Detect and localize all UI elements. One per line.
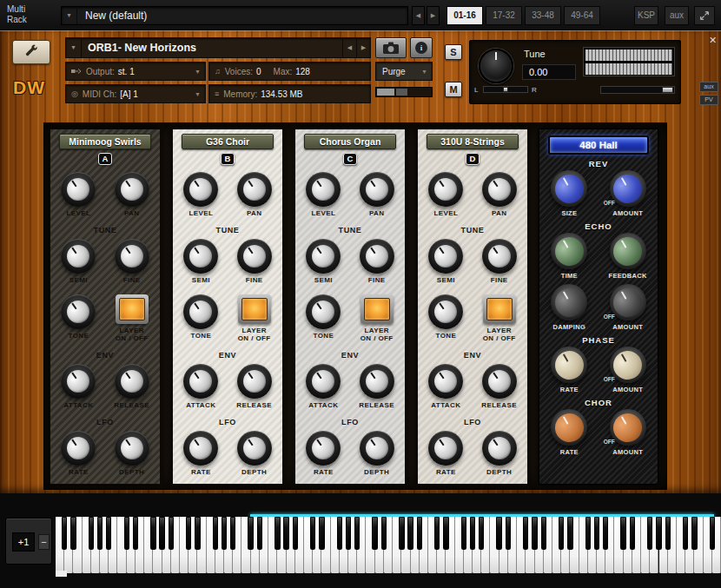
channel-a-depth-knob[interactable] bbox=[115, 431, 149, 466]
channel-b-rate-knob[interactable] bbox=[183, 431, 218, 466]
channel-d-release-knob[interactable] bbox=[482, 364, 517, 399]
black-key[interactable] bbox=[417, 517, 422, 550]
black-key[interactable] bbox=[506, 517, 511, 550]
instrument-title-bar[interactable]: ▼ ORB1- New Horizons ◀ ▶ bbox=[65, 37, 371, 58]
channel-d-fine-knob[interactable] bbox=[482, 239, 517, 274]
channel-b-layer-toggle[interactable] bbox=[238, 294, 271, 324]
black-key[interactable] bbox=[585, 517, 591, 550]
black-key[interactable] bbox=[603, 517, 608, 550]
midi-channel-selector[interactable]: ◎ MIDI Ch: [A] 1 ▼ bbox=[65, 84, 206, 103]
black-key[interactable] bbox=[647, 517, 652, 550]
black-key[interactable] bbox=[461, 517, 466, 550]
black-key[interactable] bbox=[124, 517, 129, 550]
close-instrument-button[interactable]: ✕ bbox=[709, 35, 717, 46]
black-key[interactable] bbox=[248, 517, 253, 550]
black-key[interactable] bbox=[594, 517, 599, 550]
channel-c-fine-knob[interactable] bbox=[360, 239, 394, 274]
channel-d-attack-knob[interactable] bbox=[428, 364, 463, 399]
black-key[interactable] bbox=[630, 517, 635, 550]
black-key[interactable] bbox=[532, 517, 537, 550]
black-key[interactable] bbox=[381, 517, 387, 550]
black-key[interactable] bbox=[70, 517, 76, 550]
channel-d-tone-knob[interactable] bbox=[428, 294, 463, 329]
black-key[interactable] bbox=[133, 517, 138, 550]
channel-b-semi-knob[interactable] bbox=[183, 239, 218, 274]
edit-instrument-button[interactable] bbox=[12, 40, 50, 64]
channel-a-semi-knob[interactable] bbox=[61, 239, 96, 274]
channel-c-pan-knob[interactable] bbox=[360, 172, 394, 207]
black-key[interactable] bbox=[283, 517, 288, 550]
black-key[interactable] bbox=[665, 517, 671, 550]
black-key[interactable] bbox=[150, 517, 155, 550]
multi-preset-selector[interactable]: ▼ New (default) bbox=[61, 6, 408, 25]
black-key[interactable] bbox=[407, 517, 413, 550]
channel-a-release-knob[interactable] bbox=[115, 364, 149, 399]
volume-slider[interactable] bbox=[600, 86, 675, 94]
fx-chor-rate-knob[interactable] bbox=[551, 409, 587, 446]
channel-c-tone-knob[interactable] bbox=[306, 294, 341, 329]
black-key[interactable] bbox=[523, 517, 528, 550]
black-key[interactable] bbox=[275, 517, 280, 550]
black-key[interactable] bbox=[443, 517, 448, 550]
pan-slider-handle[interactable] bbox=[503, 87, 508, 92]
channel-c-semi-knob[interactable] bbox=[306, 239, 341, 274]
page-tab-01-16[interactable]: 01-16 bbox=[446, 6, 483, 25]
channel-a-level-knob[interactable] bbox=[61, 172, 96, 207]
black-key[interactable] bbox=[559, 517, 564, 550]
black-key[interactable] bbox=[159, 517, 164, 550]
channel-b-release-knob[interactable] bbox=[237, 364, 272, 399]
snapshot-button[interactable] bbox=[375, 37, 407, 58]
channel-c-level-knob[interactable] bbox=[306, 172, 341, 207]
page-tab-33-48[interactable]: 33-48 bbox=[525, 6, 561, 25]
black-key[interactable] bbox=[97, 517, 103, 550]
fx-damping-damping-knob[interactable] bbox=[551, 284, 587, 320]
channel-d-depth-knob[interactable] bbox=[482, 431, 517, 466]
volume-slider-handle[interactable] bbox=[662, 87, 673, 93]
black-key[interactable] bbox=[222, 517, 227, 550]
purge-button[interactable]: Purge ▼ bbox=[375, 62, 433, 81]
black-key[interactable] bbox=[470, 517, 475, 550]
black-key[interactable] bbox=[213, 517, 218, 550]
tune-value-field[interactable]: 0.00 bbox=[522, 64, 576, 80]
channel-c-rate-knob[interactable] bbox=[306, 431, 341, 466]
channel-a-tone-knob[interactable] bbox=[61, 294, 96, 329]
channel-d-rate-knob[interactable] bbox=[428, 431, 463, 466]
keyboard-scroll-handle[interactable] bbox=[56, 571, 67, 577]
black-key[interactable] bbox=[62, 517, 67, 550]
black-key[interactable] bbox=[683, 517, 688, 550]
pan-slider[interactable] bbox=[483, 86, 528, 93]
black-key[interactable] bbox=[230, 517, 235, 550]
minimize-instrument-icon[interactable]: ▼ bbox=[66, 38, 82, 57]
black-key[interactable] bbox=[293, 517, 298, 550]
page-tab-17-32[interactable]: 17-32 bbox=[486, 6, 522, 25]
channel-d-pan-knob[interactable] bbox=[482, 172, 517, 207]
fx-echo-feedback-knob[interactable] bbox=[610, 233, 646, 269]
black-key[interactable] bbox=[620, 517, 625, 550]
black-key[interactable] bbox=[106, 517, 111, 550]
channel-a-layer-toggle[interactable] bbox=[116, 294, 149, 324]
info-button[interactable]: i bbox=[410, 37, 433, 58]
channel-a-rate-knob[interactable] bbox=[61, 431, 96, 466]
black-key[interactable] bbox=[691, 517, 697, 550]
black-key[interactable] bbox=[195, 517, 200, 550]
black-key[interactable] bbox=[257, 517, 262, 550]
output-selector[interactable]: Output: st. 1 ▼ bbox=[65, 62, 206, 81]
black-key[interactable] bbox=[710, 517, 715, 550]
tune-knob[interactable] bbox=[479, 49, 513, 83]
octave-minus-button[interactable]: − bbox=[38, 534, 50, 550]
instrument-aux-button[interactable]: aux bbox=[699, 82, 718, 92]
channel-a-attack-knob[interactable] bbox=[61, 364, 96, 399]
channel-b-depth-knob[interactable] bbox=[237, 431, 272, 466]
black-key[interactable] bbox=[541, 517, 546, 550]
preset-prev-button[interactable]: ◀ bbox=[412, 6, 425, 25]
channel-b-attack-knob[interactable] bbox=[183, 364, 218, 399]
black-key[interactable] bbox=[89, 517, 94, 550]
preset-next-button[interactable]: ▶ bbox=[427, 6, 440, 25]
black-key[interactable] bbox=[479, 517, 484, 550]
prev-instrument-button[interactable]: ◀ bbox=[342, 38, 356, 57]
mute-button[interactable]: M bbox=[445, 82, 462, 97]
solo-button[interactable]: S bbox=[445, 44, 462, 60]
black-key[interactable] bbox=[319, 517, 324, 550]
black-key[interactable] bbox=[399, 517, 404, 550]
black-key[interactable] bbox=[567, 517, 572, 550]
